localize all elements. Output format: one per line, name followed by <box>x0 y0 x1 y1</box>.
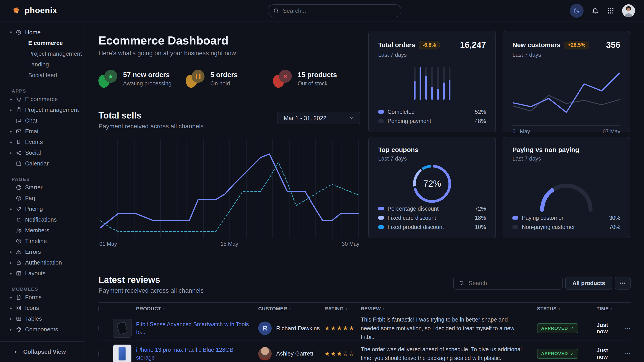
reviews-more-button[interactable]: ⋯ <box>615 277 630 290</box>
new-customers-badge: +26.5% <box>564 41 589 49</box>
product-link[interactable]: iPhone 13 pro max-Pacific Blue-128GB sto… <box>136 346 258 362</box>
brand-logo[interactable]: phoenix <box>0 5 85 15</box>
sidebar-item-layouts[interactable]: ▸ Layouts <box>0 268 84 279</box>
sidebar-item-pricing[interactable]: ▸ Pricing <box>0 203 84 214</box>
kpi-cards: Total orders -6.8% 16,247 Last 7 days Co… <box>368 31 630 238</box>
latest-reviews-subtitle: Payment received across all channels <box>98 287 204 294</box>
ecommerce-dashboard-screen: phoenix ▾ Home <box>0 0 644 362</box>
legend-fixed-product-discount: Fixed product discount 10% <box>378 224 486 230</box>
sidebar-item-events[interactable]: ▸ Events <box>0 137 84 147</box>
stat-out-of-stock: × 15 products Out of stock <box>273 70 360 88</box>
mail-icon <box>16 128 25 134</box>
column-review[interactable]: REVIEW↕ <box>361 306 537 312</box>
sidebar-item-home[interactable]: ▾ Home <box>0 27 84 37</box>
row-menu-button[interactable]: ⋯ <box>620 350 630 357</box>
sidebar-item-starter[interactable]: Starter <box>0 182 84 193</box>
sidebar-section-apps: APPS <box>0 85 84 94</box>
sidebar-item-notifications[interactable]: Notifications <box>0 214 84 225</box>
sidebar-item-ecommerce[interactable]: ▸ E commerce <box>0 94 84 104</box>
stats-row: ★ 57 new orders Awating processing 5 ord… <box>98 70 360 88</box>
column-customer[interactable]: CUSTOMER↕ <box>258 306 324 312</box>
product-thumbnail-smartwatch[interactable] <box>113 319 132 338</box>
stat-orders-on-hold: 5 orders On hold <box>186 70 273 88</box>
select-all-checkbox[interactable] <box>98 306 99 311</box>
file-icon <box>16 294 25 300</box>
all-products-button[interactable]: All products <box>565 277 612 290</box>
caret-right-icon: ▸ <box>10 139 16 145</box>
date-range-select[interactable]: Mar 1 - 31, 2022 <box>277 112 360 124</box>
calendar-icon <box>16 161 25 167</box>
sort-icon: ↕ <box>383 307 385 311</box>
rating-stars: ★★★☆☆ <box>324 350 361 357</box>
warning-triangle-icon <box>16 249 25 255</box>
collapse-view-button[interactable]: Collapsed View <box>0 341 84 362</box>
cart-icon <box>16 96 25 102</box>
global-search-input[interactable] <box>268 4 402 17</box>
total-sells-chart: 01 May 15 May 30 May <box>98 139 360 250</box>
column-time[interactable]: TIME↕ <box>582 306 620 312</box>
reviews-table: PRODUCT↕ CUSTOMER↕ RATING↕ REVIEW↕ STATU… <box>98 302 630 362</box>
sidebar-item-errors[interactable]: ▸ Errors <box>0 246 84 257</box>
theme-toggle-button[interactable] <box>570 4 584 18</box>
total-sells-title: Total sells <box>98 110 204 120</box>
donut-center-label: 72% <box>412 163 452 204</box>
row-menu-button[interactable]: ⋯ <box>620 325 630 332</box>
sidebar-item-components[interactable]: ▸ Components <box>0 324 84 335</box>
product-link[interactable]: Fitbit Sense Advanced Smartwatch with To… <box>136 321 258 336</box>
row-checkbox[interactable] <box>98 326 99 331</box>
sidebar-item-home-landing[interactable]: Landing <box>0 59 84 70</box>
apps-menu-button[interactable] <box>607 7 614 14</box>
sidebar-item-project-management[interactable]: ▸ Project management <box>0 104 84 115</box>
out-of-stock-x-icon: × <box>273 70 292 88</box>
column-rating[interactable]: RATING↕ <box>324 306 361 312</box>
sidebar-item-forms[interactable]: ▸ Forms <box>0 292 84 303</box>
customer-cell: Ashley Garrett <box>258 347 324 361</box>
paying-gauge-chart <box>519 163 613 214</box>
bell-icon <box>16 217 25 223</box>
legend-completed: Completed 52% <box>378 109 486 115</box>
product-thumbnail-iphone[interactable] <box>113 344 132 362</box>
sidebar-item-social[interactable]: ▸ Social <box>0 147 84 158</box>
caret-right-icon: ▸ <box>10 306 16 311</box>
review-text: This Fitbit is fantastic! I was trying t… <box>361 315 537 341</box>
sidebar-item-timeline[interactable]: Timeline <box>0 236 84 246</box>
rating-stars: ★★★★★ <box>324 325 361 332</box>
divider <box>98 98 360 98</box>
sidebar-item-members[interactable]: Members <box>0 225 84 236</box>
time-cell: Just now <box>582 322 620 335</box>
sidebar-item-icons[interactable]: ▸ Icons <box>0 303 84 313</box>
sidebar-item-authentication[interactable]: ▸ Authentication <box>0 257 84 268</box>
caret-right-icon: ▸ <box>10 271 16 276</box>
sidebar-item-faq[interactable]: Faq <box>0 193 84 203</box>
sidebar-item-chat[interactable]: Chat <box>0 115 84 126</box>
column-product[interactable]: PRODUCT↕ <box>136 306 258 312</box>
on-hold-pause-icon <box>186 70 204 88</box>
collapse-arrow-icon <box>12 349 19 355</box>
column-status[interactable]: STATUS↕ <box>537 306 582 312</box>
customer-name: Richard Dawkins <box>276 325 320 332</box>
customer-cell: R Richard Dawkins <box>258 322 324 335</box>
caret-right-icon: ▸ <box>10 249 16 255</box>
sidebar-item-email[interactable]: ▸ Email <box>0 126 84 137</box>
chat-icon <box>16 118 25 124</box>
clipboard-icon <box>16 107 25 113</box>
reviews-search-input[interactable] <box>453 277 562 290</box>
sidebar-item-tables[interactable]: ▸ Tables <box>0 313 84 324</box>
legend-pending-payment: Pending payment 48% <box>378 118 486 124</box>
notifications-button[interactable] <box>591 7 599 15</box>
bell-icon <box>591 7 599 15</box>
sidebar-item-home-social-feed[interactable]: Social feed <box>0 70 84 80</box>
users-icon <box>16 227 25 233</box>
new-customers-x-axis: 01 May 07 May <box>512 125 620 126</box>
row-checkbox[interactable] <box>98 351 99 356</box>
review-text: The order was delivered ahead of schedul… <box>361 345 537 362</box>
clock-icon <box>16 238 25 244</box>
user-avatar[interactable] <box>622 4 635 17</box>
sidebar-item-home-ecommerce[interactable]: E commerce <box>0 37 84 48</box>
sidebar-nav: ▾ Home E commerce Project management Lan… <box>0 21 85 362</box>
search-icon <box>459 280 464 286</box>
sidebar-item-home-project-management[interactable]: Project management <box>0 48 84 59</box>
top-navbar: phoenix <box>0 0 644 21</box>
sidebar-item-calendar[interactable]: Calendar <box>0 158 84 169</box>
page-title: Ecommerce Dashboard <box>98 33 360 47</box>
